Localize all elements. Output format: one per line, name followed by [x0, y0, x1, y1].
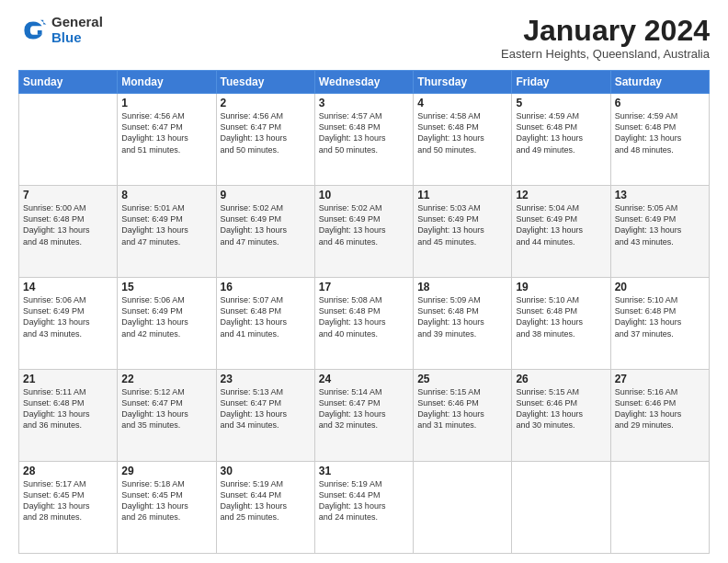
cell-info: Sunrise: 5:06 AM Sunset: 6:49 PM Dayligh…	[23, 294, 113, 339]
cell-info: Sunrise: 5:19 AM Sunset: 6:44 PM Dayligh…	[319, 478, 409, 523]
day-number: 9	[221, 189, 311, 201]
calendar-cell: 1Sunrise: 4:56 AM Sunset: 6:47 PM Daylig…	[118, 94, 216, 186]
logo-general-text: General	[51, 15, 103, 30]
cell-info: Sunrise: 5:12 AM Sunset: 6:47 PM Dayligh…	[121, 386, 211, 431]
day-number: 26	[516, 373, 606, 385]
logo: General Blue	[18, 15, 103, 45]
svg-marker-0	[40, 19, 46, 24]
day-number: 12	[516, 189, 606, 201]
calendar-cell: 4Sunrise: 4:58 AM Sunset: 6:48 PM Daylig…	[414, 94, 512, 186]
day-number: 13	[615, 189, 705, 201]
day-number: 20	[615, 281, 705, 293]
day-number: 22	[121, 373, 211, 385]
day-number: 15	[121, 281, 211, 293]
week-row-3: 14Sunrise: 5:06 AM Sunset: 6:49 PM Dayli…	[19, 278, 710, 370]
calendar-table: SundayMondayTuesdayWednesdayThursdayFrid…	[18, 70, 710, 554]
calendar-cell	[610, 462, 709, 554]
cell-info: Sunrise: 5:03 AM Sunset: 6:49 PM Dayligh…	[417, 202, 507, 247]
cell-info: Sunrise: 5:11 AM Sunset: 6:48 PM Dayligh…	[23, 386, 113, 431]
cell-info: Sunrise: 5:08 AM Sunset: 6:48 PM Dayligh…	[319, 294, 409, 339]
cell-info: Sunrise: 5:07 AM Sunset: 6:48 PM Dayligh…	[221, 294, 311, 339]
cell-info: Sunrise: 5:04 AM Sunset: 6:49 PM Dayligh…	[516, 202, 606, 247]
day-number: 2	[221, 97, 311, 109]
calendar-cell: 29Sunrise: 5:18 AM Sunset: 6:45 PM Dayli…	[118, 462, 216, 554]
calendar-cell: 18Sunrise: 5:09 AM Sunset: 6:48 PM Dayli…	[414, 278, 512, 370]
cell-info: Sunrise: 4:57 AM Sunset: 6:48 PM Dayligh…	[319, 110, 409, 155]
cell-info: Sunrise: 5:19 AM Sunset: 6:44 PM Dayligh…	[221, 478, 311, 523]
day-number: 5	[516, 97, 606, 109]
day-number: 6	[615, 97, 705, 109]
day-number: 30	[221, 465, 311, 477]
day-number: 31	[319, 465, 409, 477]
cell-info: Sunrise: 5:13 AM Sunset: 6:47 PM Dayligh…	[221, 386, 311, 431]
weekday-header-tuesday: Tuesday	[216, 71, 314, 94]
calendar-cell: 26Sunrise: 5:15 AM Sunset: 6:46 PM Dayli…	[512, 370, 610, 462]
cell-info: Sunrise: 5:10 AM Sunset: 6:48 PM Dayligh…	[615, 294, 705, 339]
weekday-header-friday: Friday	[512, 71, 610, 94]
calendar-cell: 19Sunrise: 5:10 AM Sunset: 6:48 PM Dayli…	[512, 278, 610, 370]
location-subtitle: Eastern Heights, Queensland, Australia	[501, 47, 710, 61]
day-number: 1	[121, 97, 211, 109]
cell-info: Sunrise: 4:59 AM Sunset: 6:48 PM Dayligh…	[516, 110, 606, 155]
calendar-cell: 9Sunrise: 5:02 AM Sunset: 6:49 PM Daylig…	[216, 186, 314, 278]
cell-info: Sunrise: 5:02 AM Sunset: 6:49 PM Dayligh…	[319, 202, 409, 247]
day-number: 4	[417, 97, 507, 109]
calendar-cell: 23Sunrise: 5:13 AM Sunset: 6:47 PM Dayli…	[216, 370, 314, 462]
cell-info: Sunrise: 4:59 AM Sunset: 6:48 PM Dayligh…	[615, 110, 705, 155]
calendar-cell	[512, 462, 610, 554]
day-number: 3	[319, 97, 409, 109]
calendar-cell: 15Sunrise: 5:06 AM Sunset: 6:49 PM Dayli…	[118, 278, 216, 370]
calendar-cell: 16Sunrise: 5:07 AM Sunset: 6:48 PM Dayli…	[216, 278, 314, 370]
weekday-header-row: SundayMondayTuesdayWednesdayThursdayFrid…	[19, 71, 710, 94]
cell-info: Sunrise: 5:02 AM Sunset: 6:49 PM Dayligh…	[221, 202, 311, 247]
cell-info: Sunrise: 4:56 AM Sunset: 6:47 PM Dayligh…	[221, 110, 311, 155]
title-block: January 2024 Eastern Heights, Queensland…	[501, 15, 710, 61]
cell-info: Sunrise: 5:05 AM Sunset: 6:49 PM Dayligh…	[615, 202, 705, 247]
calendar-cell: 2Sunrise: 4:56 AM Sunset: 6:47 PM Daylig…	[216, 94, 314, 186]
page: General Blue January 2024 Eastern Height…	[0, 0, 728, 563]
cell-info: Sunrise: 5:01 AM Sunset: 6:49 PM Dayligh…	[121, 202, 211, 247]
calendar-cell: 8Sunrise: 5:01 AM Sunset: 6:49 PM Daylig…	[118, 186, 216, 278]
calendar-cell: 22Sunrise: 5:12 AM Sunset: 6:47 PM Dayli…	[118, 370, 216, 462]
calendar-cell: 30Sunrise: 5:19 AM Sunset: 6:44 PM Dayli…	[216, 462, 314, 554]
calendar-cell	[414, 462, 512, 554]
calendar-cell: 25Sunrise: 5:15 AM Sunset: 6:46 PM Dayli…	[414, 370, 512, 462]
calendar-cell: 12Sunrise: 5:04 AM Sunset: 6:49 PM Dayli…	[512, 186, 610, 278]
header: General Blue January 2024 Eastern Height…	[18, 15, 710, 61]
day-number: 25	[417, 373, 507, 385]
calendar-cell: 28Sunrise: 5:17 AM Sunset: 6:45 PM Dayli…	[19, 462, 118, 554]
day-number: 24	[319, 373, 409, 385]
cell-info: Sunrise: 5:00 AM Sunset: 6:48 PM Dayligh…	[23, 202, 113, 247]
logo-blue-text: Blue	[51, 30, 103, 46]
cell-info: Sunrise: 5:14 AM Sunset: 6:47 PM Dayligh…	[319, 386, 409, 431]
cell-info: Sunrise: 5:17 AM Sunset: 6:45 PM Dayligh…	[23, 478, 113, 523]
calendar-cell: 10Sunrise: 5:02 AM Sunset: 6:49 PM Dayli…	[314, 186, 413, 278]
day-number: 28	[23, 465, 113, 477]
day-number: 21	[23, 373, 113, 385]
cell-info: Sunrise: 5:18 AM Sunset: 6:45 PM Dayligh…	[121, 478, 211, 523]
week-row-1: 1Sunrise: 4:56 AM Sunset: 6:47 PM Daylig…	[19, 94, 710, 186]
week-row-5: 28Sunrise: 5:17 AM Sunset: 6:45 PM Dayli…	[19, 462, 710, 554]
weekday-header-wednesday: Wednesday	[314, 71, 413, 94]
week-row-2: 7Sunrise: 5:00 AM Sunset: 6:48 PM Daylig…	[19, 186, 710, 278]
cell-info: Sunrise: 4:56 AM Sunset: 6:47 PM Dayligh…	[121, 110, 211, 155]
day-number: 17	[319, 281, 409, 293]
day-number: 27	[615, 373, 705, 385]
day-number: 14	[23, 281, 113, 293]
calendar-cell: 24Sunrise: 5:14 AM Sunset: 6:47 PM Dayli…	[314, 370, 413, 462]
weekday-header-thursday: Thursday	[414, 71, 512, 94]
cell-info: Sunrise: 5:10 AM Sunset: 6:48 PM Dayligh…	[516, 294, 606, 339]
cell-info: Sunrise: 5:09 AM Sunset: 6:48 PM Dayligh…	[417, 294, 507, 339]
day-number: 18	[417, 281, 507, 293]
day-number: 29	[121, 465, 211, 477]
calendar-cell: 6Sunrise: 4:59 AM Sunset: 6:48 PM Daylig…	[610, 94, 709, 186]
cell-info: Sunrise: 5:15 AM Sunset: 6:46 PM Dayligh…	[417, 386, 507, 431]
weekday-header-saturday: Saturday	[610, 71, 709, 94]
day-number: 8	[121, 189, 211, 201]
month-title: January 2024	[501, 15, 710, 47]
calendar-cell: 7Sunrise: 5:00 AM Sunset: 6:48 PM Daylig…	[19, 186, 118, 278]
calendar-cell: 14Sunrise: 5:06 AM Sunset: 6:49 PM Dayli…	[19, 278, 118, 370]
day-number: 11	[417, 189, 507, 201]
calendar-cell: 11Sunrise: 5:03 AM Sunset: 6:49 PM Dayli…	[414, 186, 512, 278]
week-row-4: 21Sunrise: 5:11 AM Sunset: 6:48 PM Dayli…	[19, 370, 710, 462]
